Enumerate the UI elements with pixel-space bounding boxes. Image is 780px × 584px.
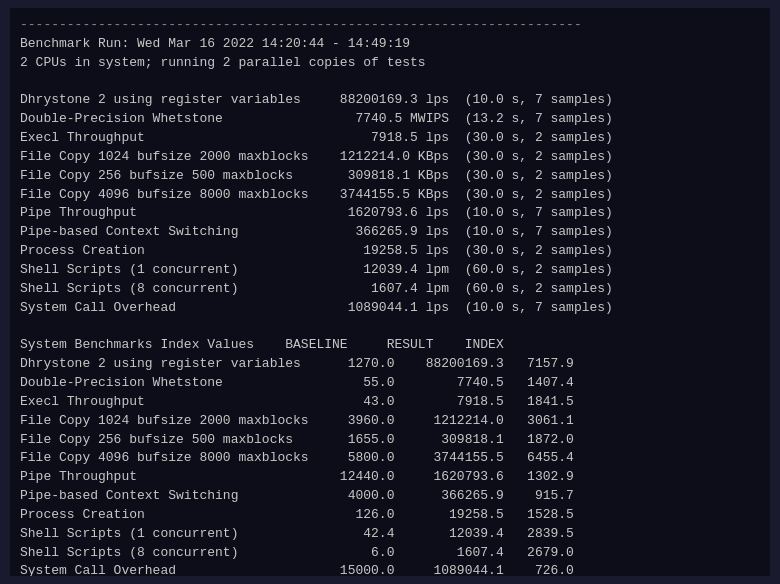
benchmark-results: Dhrystone 2 using register variables 882…	[20, 91, 760, 317]
index-row: Process Creation 126.0 19258.5 1528.5	[20, 506, 760, 525]
benchmark-row: Double-Precision Whetstone 7740.5 MWIPS …	[20, 110, 760, 129]
benchmark-row: Pipe-based Context Switching 366265.9 lp…	[20, 223, 760, 242]
blank-1	[20, 73, 760, 92]
index-row: Double-Precision Whetstone 55.0 7740.5 1…	[20, 374, 760, 393]
benchmark-row: Dhrystone 2 using register variables 882…	[20, 91, 760, 110]
benchmark-row: File Copy 4096 bufsize 8000 maxblocks 37…	[20, 186, 760, 205]
cpu-info-line: 2 CPUs in system; running 2 parallel cop…	[20, 54, 760, 73]
index-header: System Benchmarks Index Values BASELINE …	[20, 336, 760, 355]
index-row: File Copy 1024 bufsize 2000 maxblocks 39…	[20, 412, 760, 431]
index-row: Execl Throughput 43.0 7918.5 1841.5	[20, 393, 760, 412]
index-section: System Benchmarks Index Values BASELINE …	[20, 336, 760, 576]
terminal-window: ----------------------------------------…	[10, 8, 770, 576]
separator-top: ----------------------------------------…	[20, 16, 760, 35]
index-row: Shell Scripts (8 concurrent) 6.0 1607.4 …	[20, 544, 760, 563]
benchmark-row: System Call Overhead 1089044.1 lps (10.0…	[20, 299, 760, 318]
benchmark-row: File Copy 256 bufsize 500 maxblocks 3098…	[20, 167, 760, 186]
index-row: Pipe Throughput 12440.0 1620793.6 1302.9	[20, 468, 760, 487]
index-row: File Copy 256 bufsize 500 maxblocks 1655…	[20, 431, 760, 450]
index-row: Shell Scripts (1 concurrent) 42.4 12039.…	[20, 525, 760, 544]
index-row: Pipe-based Context Switching 4000.0 3662…	[20, 487, 760, 506]
benchmark-row: Shell Scripts (1 concurrent) 12039.4 lpm…	[20, 261, 760, 280]
benchmark-run-line: Benchmark Run: Wed Mar 16 2022 14:20:44 …	[20, 35, 760, 54]
benchmark-row: Execl Throughput 7918.5 lps (30.0 s, 2 s…	[20, 129, 760, 148]
benchmark-row: Pipe Throughput 1620793.6 lps (10.0 s, 7…	[20, 204, 760, 223]
benchmark-row: Shell Scripts (8 concurrent) 1607.4 lpm …	[20, 280, 760, 299]
benchmark-row: Process Creation 19258.5 lps (30.0 s, 2 …	[20, 242, 760, 261]
index-row: File Copy 4096 bufsize 8000 maxblocks 58…	[20, 449, 760, 468]
benchmark-row: File Copy 1024 bufsize 2000 maxblocks 12…	[20, 148, 760, 167]
index-row: Dhrystone 2 using register variables 127…	[20, 355, 760, 374]
index-row: System Call Overhead 15000.0 1089044.1 7…	[20, 562, 760, 576]
blank-2	[20, 318, 760, 337]
